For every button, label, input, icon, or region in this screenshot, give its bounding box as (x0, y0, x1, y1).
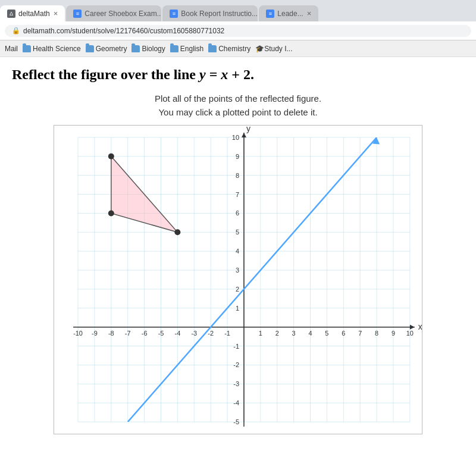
svg-text:8: 8 (236, 172, 239, 179)
svg-text:8: 8 (375, 330, 378, 337)
graph-container[interactable]: x y -10 -9 -8 -7 -6 -5 -4 -3 -2 -1 1 2 3… (54, 125, 422, 434)
svg-text:-10: -10 (73, 330, 83, 337)
health-folder-icon (23, 45, 31, 52)
browser-chrome: Δ deltaMath × ≡ Career Shoebox Exam... ×… (0, 0, 476, 57)
address-bar-row: 🔒 deltamath.com/student/solve/12176460/c… (0, 21, 476, 40)
leader-tab-icon: ≡ (266, 10, 274, 18)
bookmark-study[interactable]: 🎓 Study I... (255, 45, 292, 53)
bookmark-mail-label: Mail (5, 45, 18, 53)
svg-text:-4: -4 (233, 399, 239, 406)
graph-svg[interactable]: x y -10 -9 -8 -7 -6 -5 -4 -3 -2 -1 1 2 3… (54, 126, 422, 434)
svg-text:-5: -5 (158, 330, 164, 337)
math-equation: y (199, 67, 206, 82)
bookmark-english[interactable]: English (170, 45, 203, 53)
instruction-line2: You may click a plotted point to delete … (12, 106, 464, 120)
instruction-line1: Plot all of the points of the reflected … (12, 92, 464, 106)
address-text: deltamath.com/student/solve/12176460/cus… (23, 27, 224, 35)
career-tab-icon: ≡ (73, 10, 82, 18)
x-axis-label: x (418, 322, 422, 331)
svg-text:1: 1 (236, 305, 239, 312)
svg-text:3: 3 (292, 330, 296, 337)
bookmark-chemistry-label: Chemistry (218, 45, 250, 53)
svg-text:6: 6 (236, 209, 239, 217)
problem-title: Reflect the figure over the line y = x +… (12, 67, 464, 83)
svg-text:-3: -3 (233, 380, 239, 387)
svg-text:-2: -2 (233, 361, 239, 368)
svg-text:-3: -3 (191, 330, 197, 337)
bookmark-health-label: Health Science (33, 45, 81, 53)
page-content: Reflect the figure over the line y = x +… (0, 57, 476, 476)
svg-text:6: 6 (342, 330, 345, 337)
vertex-c[interactable] (174, 229, 180, 235)
math-x: x (221, 67, 228, 82)
study-icon: 🎓 (255, 45, 264, 53)
svg-text:-9: -9 (92, 330, 98, 337)
tab-deltamath[interactable]: Δ deltaMath × (0, 5, 65, 21)
deltamath-tab-icon: Δ (7, 10, 15, 18)
tab-leader[interactable]: ≡ Leade... × (259, 5, 318, 21)
svg-text:3: 3 (236, 267, 239, 274)
tab-leader-label: Leade... (277, 10, 303, 18)
chemistry-folder-icon (208, 45, 217, 52)
bookmark-chemistry[interactable]: Chemistry (208, 45, 250, 53)
svg-text:10: 10 (406, 330, 414, 337)
svg-text:2: 2 (236, 286, 239, 293)
svg-text:5: 5 (236, 228, 239, 236)
tab-career-label: Career Shoebox Exam... (84, 10, 161, 18)
svg-text:10: 10 (232, 134, 239, 141)
bookmark-geometry[interactable]: Geometry (86, 45, 127, 53)
tab-bookreport[interactable]: ≡ Book Report Instructio... × (162, 5, 258, 21)
svg-text:-1: -1 (233, 343, 239, 350)
svg-text:9: 9 (236, 153, 239, 160)
instructions: Plot all of the points of the reflected … (12, 92, 464, 119)
bookmarks-bar: Mail Health Science Geometry Biology Eng… (0, 40, 476, 57)
bookmark-biology-label: Biology (142, 45, 165, 53)
bookmark-mail[interactable]: Mail (5, 45, 18, 53)
tab-close-deltamath[interactable]: × (54, 9, 58, 18)
tab-bar: Δ deltaMath × ≡ Career Shoebox Exam... ×… (0, 0, 476, 21)
bookmark-english-label: English (180, 45, 203, 53)
svg-text:5: 5 (325, 330, 328, 337)
biology-folder-icon (131, 45, 140, 52)
svg-text:7: 7 (236, 191, 239, 198)
svg-text:9: 9 (392, 330, 395, 337)
geometry-folder-icon (86, 45, 94, 52)
english-folder-icon (170, 45, 178, 52)
svg-text:1: 1 (259, 330, 262, 337)
vertex-b[interactable] (108, 210, 114, 216)
svg-text:-4: -4 (175, 330, 181, 337)
svg-text:-1: -1 (224, 330, 230, 337)
svg-text:-8: -8 (108, 330, 114, 337)
svg-text:-5: -5 (233, 418, 239, 425)
tab-close-leader[interactable]: × (307, 9, 312, 18)
svg-text:7: 7 (358, 330, 362, 337)
bookmark-study-label: Study I... (264, 45, 292, 53)
bookreport-tab-icon: ≡ (170, 10, 178, 18)
bookmark-health[interactable]: Health Science (23, 45, 81, 53)
svg-text:-6: -6 (142, 330, 148, 337)
svg-text:2: 2 (275, 330, 279, 337)
bookmark-geometry-label: Geometry (96, 45, 127, 53)
tab-career[interactable]: ≡ Career Shoebox Exam... × (66, 5, 161, 21)
svg-text:4: 4 (308, 330, 312, 337)
svg-text:-7: -7 (125, 330, 131, 337)
tab-deltamath-label: deltaMath (18, 10, 50, 18)
y-axis-label: y (246, 126, 250, 133)
vertex-a[interactable] (108, 154, 114, 159)
bookmark-biology[interactable]: Biology (131, 45, 165, 53)
address-bar[interactable]: 🔒 deltamath.com/student/solve/12176460/c… (5, 25, 471, 37)
svg-text:4: 4 (236, 248, 239, 255)
lock-icon: 🔒 (12, 27, 20, 35)
tab-bookreport-label: Book Report Instructio... (181, 10, 258, 18)
